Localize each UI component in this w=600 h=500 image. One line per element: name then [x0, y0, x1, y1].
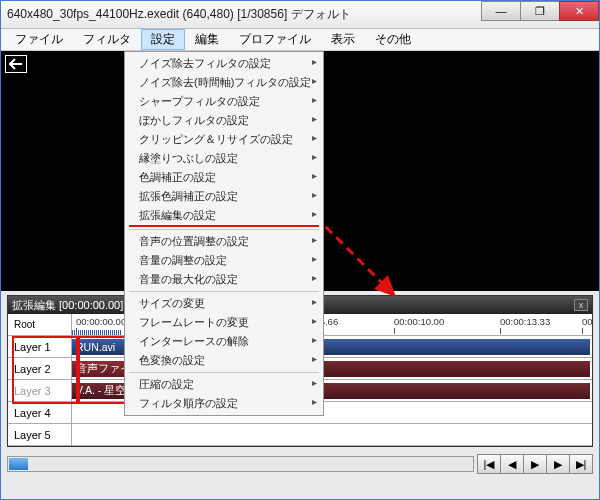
menu-profile[interactable]: プロファイル	[229, 29, 321, 50]
dropdown-item[interactable]: 圧縮の設定	[125, 375, 323, 394]
layer-label[interactable]: Layer 3	[8, 380, 72, 401]
dropdown-separator	[129, 229, 319, 230]
dropdown-item-extended-edit[interactable]: 拡張編集の設定	[125, 206, 323, 225]
tick: 00:00:16	[582, 316, 592, 327]
preview-canvas: ノイズ除去フィルタの設定 ノイズ除去(時間軸)フィルタの設定 シャープフィルタの…	[1, 51, 599, 291]
transport-controls: |◀ ◀ ▶ ▶ ▶|	[478, 454, 593, 474]
menu-filter[interactable]: フィルタ	[73, 29, 141, 50]
minimize-button[interactable]: —	[481, 1, 521, 21]
root-label: Root	[8, 314, 72, 335]
dropdown-item[interactable]: サイズの変更	[125, 294, 323, 313]
layer-label[interactable]: Layer 5	[8, 424, 72, 445]
dropdown-item[interactable]: クリッピング＆リサイズの設定	[125, 130, 323, 149]
dropdown-item[interactable]: 拡張色調補正の設定	[125, 187, 323, 206]
layer-label[interactable]: Layer 1	[8, 336, 72, 357]
timeline-close-button[interactable]: x	[574, 299, 588, 311]
annotation-underline	[129, 225, 319, 227]
dropdown-item[interactable]: 音量の調整の設定	[125, 251, 323, 270]
tick: 00:00:00.00	[76, 316, 126, 327]
back-button[interactable]	[5, 55, 27, 73]
layer-row-5: Layer 5	[8, 424, 592, 446]
root-label-text: Root	[14, 319, 35, 330]
menu-file[interactable]: ファイル	[5, 29, 73, 50]
dropdown-item[interactable]: 音量の最大化の設定	[125, 270, 323, 289]
transport-bar: |◀ ◀ ▶ ▶ ▶|	[7, 451, 593, 477]
dropdown-separator	[129, 291, 319, 292]
dropdown-item[interactable]: 色変換の設定	[125, 351, 323, 370]
dropdown-item[interactable]: ぼかしフィルタの設定	[125, 111, 323, 130]
window-title: 640x480_30fps_44100Hz.exedit (640,480) […	[7, 6, 482, 23]
window-controls: — ❐ ✕	[482, 1, 599, 28]
main-window: 640x480_30fps_44100Hz.exedit (640,480) […	[0, 0, 600, 500]
dropdown-item[interactable]: フィルタ順序の設定	[125, 394, 323, 413]
menu-edit[interactable]: 編集	[185, 29, 229, 50]
layer-label[interactable]: Layer 4	[8, 402, 72, 423]
dropdown-item[interactable]: 縁塗りつぶしの設定	[125, 149, 323, 168]
dropdown-item[interactable]: インターレースの解除	[125, 332, 323, 351]
menubar: ファイル フィルタ 設定 編集 プロファイル 表示 その他	[1, 29, 599, 51]
dropdown-item[interactable]: 色調補正の設定	[125, 168, 323, 187]
dropdown-item[interactable]: フレームレートの変更	[125, 313, 323, 332]
seek-bar[interactable]	[7, 456, 474, 472]
dropdown-item[interactable]: ノイズ除去(時間軸)フィルタの設定	[125, 73, 323, 92]
zoom-waveform-icon	[72, 330, 122, 335]
play-button[interactable]: ▶	[523, 454, 547, 474]
dropdown-item[interactable]: 音声の位置調整の設定	[125, 232, 323, 251]
skip-start-button[interactable]: |◀	[477, 454, 501, 474]
tick: 00:00:10.00	[394, 316, 444, 327]
titlebar: 640x480_30fps_44100Hz.exedit (640,480) […	[1, 1, 599, 29]
layer-track[interactable]	[72, 424, 592, 445]
close-button[interactable]: ✕	[559, 1, 599, 21]
dropdown-item[interactable]: ノイズ除去フィルタの設定	[125, 54, 323, 73]
seek-progress	[9, 458, 28, 470]
next-frame-button[interactable]: ▶	[546, 454, 570, 474]
maximize-button[interactable]: ❐	[520, 1, 560, 21]
tick: 00:00:13.33	[500, 316, 550, 327]
layer-label[interactable]: Layer 2	[8, 358, 72, 379]
settings-dropdown: ノイズ除去フィルタの設定 ノイズ除去(時間軸)フィルタの設定 シャープフィルタの…	[124, 51, 324, 416]
svg-marker-3	[374, 275, 396, 297]
menu-settings[interactable]: 設定	[141, 29, 185, 50]
dropdown-separator	[129, 372, 319, 373]
prev-frame-button[interactable]: ◀	[500, 454, 524, 474]
skip-end-button[interactable]: ▶|	[569, 454, 593, 474]
back-arrow-icon	[9, 58, 23, 70]
menu-other[interactable]: その他	[365, 29, 421, 50]
menu-view[interactable]: 表示	[321, 29, 365, 50]
dropdown-item[interactable]: シャープフィルタの設定	[125, 92, 323, 111]
